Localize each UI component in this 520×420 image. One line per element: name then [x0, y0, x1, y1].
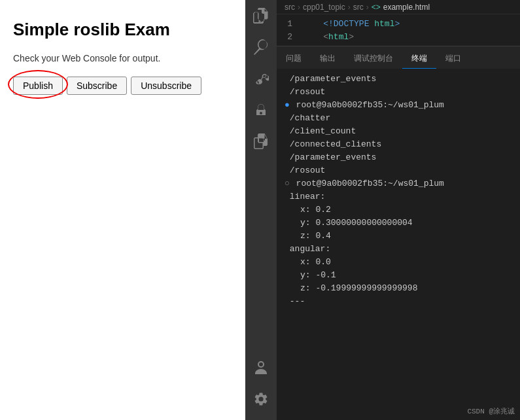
- breadcrumb-filename: example.html: [383, 3, 430, 12]
- term-line-18: ---: [285, 295, 512, 308]
- terminal-tabs: 问题 输出 调试控制台 终端 端口: [277, 46, 520, 69]
- code-line-2: 2 <html>: [277, 30, 520, 43]
- search-icon[interactable]: [245, 31, 277, 63]
- activity-bar-bottom: [245, 352, 277, 415]
- code-line-1: 1 <!DOCTYPE html>: [277, 17, 520, 30]
- term-line-4: /chatter: [285, 112, 512, 125]
- browser-content: Simple roslib Exam Check your Web Consol…: [0, 0, 245, 420]
- editor-panel: src › cpp01_topic › src › <> example.htm…: [277, 0, 520, 420]
- term-line-12: y: 0.30000000000000004: [285, 217, 512, 230]
- term-line-10: linear:: [285, 190, 512, 203]
- breadcrumb: src › cpp01_topic › src › <> example.htm…: [277, 0, 520, 14]
- line-number-2: 2: [277, 32, 303, 42]
- term-line-11: x: 0.2: [285, 203, 512, 217]
- term-line-2: /rosout: [285, 86, 512, 99]
- term-line-17: z: -0.19999999999999998: [285, 282, 512, 295]
- code-content-2: <html>: [303, 32, 354, 42]
- breadcrumb-src: src: [285, 3, 295, 12]
- terminal-area[interactable]: /parameter_events /rosout ● root@9a0b000…: [277, 69, 520, 420]
- source-control-icon[interactable]: [245, 63, 277, 94]
- term-line-8: /rosout: [285, 164, 512, 177]
- breadcrumb-cpp01: cpp01_topic: [303, 3, 345, 12]
- term-line-15: x: 0.0: [285, 256, 512, 269]
- publish-button[interactable]: Publish: [13, 77, 63, 95]
- code-content-1: <!DOCTYPE html>: [303, 19, 400, 29]
- tab-output[interactable]: 输出: [311, 49, 345, 69]
- subscribe-button[interactable]: Subscribe: [67, 77, 127, 95]
- tab-debug-console[interactable]: 调试控制台: [345, 49, 402, 69]
- term-line-5: /client_count: [285, 125, 512, 138]
- term-line-14: angular:: [285, 243, 512, 256]
- tab-problems[interactable]: 问题: [277, 49, 311, 69]
- left-panel: Simple roslib Exam Check your Web Consol…: [0, 0, 245, 420]
- account-icon[interactable]: [245, 352, 277, 383]
- line-number-1: 1: [277, 19, 303, 29]
- settings-icon[interactable]: [245, 383, 277, 415]
- breadcrumb-sep2: ›: [348, 3, 351, 12]
- explorer-icon[interactable]: [245, 0, 277, 31]
- code-area: 1 <!DOCTYPE html> 2 <html>: [277, 14, 520, 46]
- breadcrumb-src2: src: [353, 3, 364, 12]
- term-line-13: z: 0.4: [285, 230, 512, 243]
- breadcrumb-sep3: ›: [366, 3, 369, 12]
- term-line-9: ○ root@9a0b0002fb35:~/ws01_plum: [285, 177, 512, 190]
- tab-terminal[interactable]: 终端: [402, 49, 436, 69]
- activity-bar: [245, 0, 277, 420]
- term-line-1: /parameter_events: [285, 73, 512, 86]
- term-line-3: ● root@9a0b0002fb35:~/ws01_plum: [285, 99, 512, 112]
- extensions-icon[interactable]: [245, 126, 277, 157]
- breadcrumb-tag-icon: <>: [372, 3, 381, 12]
- term-line-16: y: -0.1: [285, 269, 512, 282]
- tab-ports[interactable]: 端口: [436, 49, 470, 69]
- unsubscribe-button[interactable]: Unsubscribe: [131, 77, 201, 95]
- debug-icon[interactable]: [245, 94, 277, 126]
- term-line-6: /connected_clients: [285, 138, 512, 151]
- activity-bar-top: [245, 0, 277, 352]
- button-row: Publish Subscribe Unsubscribe: [13, 77, 232, 95]
- breadcrumb-sep1: ›: [298, 3, 300, 12]
- term-line-7: /parameter_events: [285, 151, 512, 164]
- page-title: Simple roslib Exam: [13, 20, 232, 40]
- watermark: CSDN @涂兆诚: [467, 406, 515, 416]
- page-subtitle: Check your Web Console for output.: [13, 53, 232, 63]
- publish-button-wrapper: Publish: [13, 77, 63, 95]
